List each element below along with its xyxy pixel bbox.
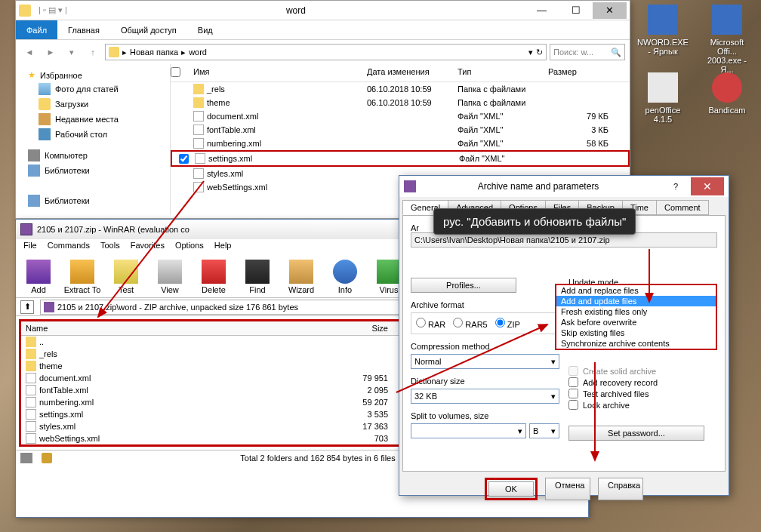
tool-label: Add [31, 285, 46, 294]
dropdown-item[interactable]: Skip existing files [556, 328, 716, 338]
test-button[interactable]: Test [105, 257, 147, 296]
format-rar5[interactable]: RAR5 [453, 318, 487, 329]
desktop-icon[interactable]: penOffice 4.1.5 [636, 72, 689, 124]
wizard-button[interactable]: Wizard [280, 257, 322, 296]
profiles-button[interactable]: Profiles... [411, 278, 516, 293]
desktop-icon[interactable]: Bandicam [701, 72, 753, 115]
row-checkbox[interactable] [179, 154, 189, 164]
close-button[interactable]: ✕ [593, 2, 627, 19]
sidebar-item[interactable]: Загрузки [16, 97, 170, 112]
dictionary-select[interactable]: 32 KB▾ [411, 389, 559, 404]
info-button[interactable]: Info [324, 257, 366, 296]
column-type[interactable]: Тип [458, 67, 548, 78]
option-recovery[interactable]: Add recovery record [568, 377, 717, 388]
search-placeholder: Поиск: w... [553, 48, 593, 57]
sidebar-computer[interactable]: Компьютер [16, 148, 170, 163]
desktop-icon[interactable]: Microsoft Offi... 2003.exe - Я... [701, 5, 753, 74]
menu-item[interactable]: Favorites [131, 241, 165, 254]
ribbon-tab[interactable]: Главная [57, 20, 110, 39]
address-bar[interactable]: ▸ Новая папка ▸ word ▾ ↻ [105, 44, 547, 60]
column-name[interactable]: Name [26, 324, 335, 333]
dropdown-item-selected[interactable]: Add and update files [556, 296, 716, 306]
view-button[interactable]: View [149, 257, 191, 296]
up-button[interactable]: ↑ [84, 43, 102, 61]
sidebar-favorites[interactable]: ★ Избранное [16, 69, 170, 81]
titlebar[interactable]: Archive name and parameters ? ✕ [399, 176, 729, 197]
column-name[interactable]: Имя [193, 67, 367, 78]
extract-button[interactable]: Extract To [61, 257, 103, 296]
file-name: _rels [39, 349, 57, 358]
sidebar-libraries[interactable]: Библиотеки [16, 163, 170, 178]
format-zip[interactable]: ZIP [495, 318, 520, 329]
select-value: 32 KB [414, 392, 437, 401]
cancel-button[interactable]: Отмена [545, 478, 590, 500]
titlebar[interactable]: | ▫ ▤ ▾ | word — ☐ ✕ [16, 1, 630, 20]
close-button[interactable]: ✕ [691, 177, 724, 195]
delete-button[interactable]: Delete [193, 257, 235, 296]
split-size-input[interactable]: ▾ [411, 423, 526, 438]
option-lock[interactable]: Lock archive [568, 399, 717, 411]
dropdown-item[interactable]: Fresh existing files only [556, 306, 716, 317]
add-button[interactable]: Add [17, 257, 60, 296]
compression-select[interactable]: Normal▾ [411, 354, 559, 369]
file-tab[interactable]: Файл [16, 20, 57, 39]
column-size[interactable]: Размер [548, 67, 608, 78]
dropdown-item[interactable]: Synchronize archive contents [556, 338, 716, 349]
menu-item[interactable]: Tools [100, 241, 120, 254]
sidebar-item[interactable]: Недавние места [16, 112, 170, 127]
dropdown-item[interactable]: Add and replace files [556, 285, 716, 296]
forward-button[interactable]: ► [42, 43, 60, 61]
help-button[interactable]: Справка [598, 478, 643, 500]
column-headers: Имя Дата изменения Тип Размер [171, 64, 630, 82]
ribbon-tab[interactable]: Вид [187, 20, 223, 39]
sidebar-libraries[interactable]: Библиотеки [16, 193, 170, 208]
menu-item[interactable]: File [23, 241, 37, 254]
set-password-button[interactable]: Set password... [568, 426, 704, 441]
ok-button[interactable]: OK [488, 481, 534, 497]
tab-comment[interactable]: Comment [656, 200, 709, 215]
maximize-button[interactable]: ☐ [559, 2, 593, 19]
menu-item[interactable]: Help [214, 241, 232, 254]
sidebar-item[interactable]: Рабочий стол [16, 127, 170, 142]
desktop-icon-label: Microsoft Offi... 2003.exe - Я... [701, 38, 753, 74]
file-row[interactable]: fontTable.xmlФайл "XML"3 КБ [171, 123, 630, 137]
file-icon [26, 433, 36, 444]
desktop-icon-label: Bandicam [701, 106, 753, 115]
menu-item[interactable]: Commands [48, 241, 90, 254]
file-row[interactable]: document.xmlФайл "XML"79 КБ [171, 109, 630, 123]
file-row[interactable]: settings.xmlФайл "XML" [171, 150, 630, 167]
file-row[interactable]: theme06.10.2018 10:59Папка с файлами [171, 96, 630, 109]
up-button[interactable]: ⬆ [20, 300, 34, 314]
back-button[interactable]: ◄ [20, 43, 39, 61]
breadcrumb-item[interactable]: ▸ [122, 48, 127, 57]
chevron-down-icon: ▾ [551, 357, 556, 367]
sidebar-label: Рабочий стол [55, 130, 107, 139]
breadcrumb-item[interactable]: word [189, 48, 207, 57]
desktop-icon[interactable]: NWORD.EXE - Ярлык [636, 5, 689, 56]
archive-name-input[interactable] [411, 232, 717, 248]
menu-item[interactable]: Options [175, 241, 204, 254]
file-icon [195, 153, 205, 164]
column-size[interactable]: Size [335, 324, 388, 333]
select-value: B [533, 426, 538, 435]
tool-label: Virus [380, 285, 399, 294]
file-row[interactable]: numbering.xmlФайл "XML"58 КБ [171, 137, 630, 150]
dropdown-icon[interactable]: ▾ [528, 48, 533, 57]
minimize-button[interactable]: — [525, 2, 559, 19]
format-rar[interactable]: RAR [416, 318, 445, 329]
refresh-icon[interactable]: ↻ [536, 48, 543, 57]
option-test[interactable]: Test archived files [568, 388, 717, 399]
dropdown-item[interactable]: Ask before overwrite [556, 317, 716, 328]
sidebar-label: Компьютер [45, 151, 88, 160]
file-row[interactable]: _rels06.10.2018 10:59Папка с файлами [171, 82, 630, 96]
sidebar-item[interactable]: Фото для статей [16, 81, 170, 97]
help-button[interactable]: ? [661, 182, 691, 191]
find-button[interactable]: Find [236, 257, 279, 296]
ribbon-tab[interactable]: Общий доступ [110, 20, 187, 39]
select-all-checkbox[interactable] [171, 67, 180, 77]
column-date[interactable]: Дата изменения [367, 67, 458, 78]
breadcrumb-item[interactable]: Новая папка [130, 48, 178, 57]
split-unit-select[interactable]: B▾ [529, 423, 559, 438]
history-button[interactable]: ▾ [63, 43, 81, 61]
search-input[interactable]: Поиск: w... 🔍 [550, 44, 625, 60]
